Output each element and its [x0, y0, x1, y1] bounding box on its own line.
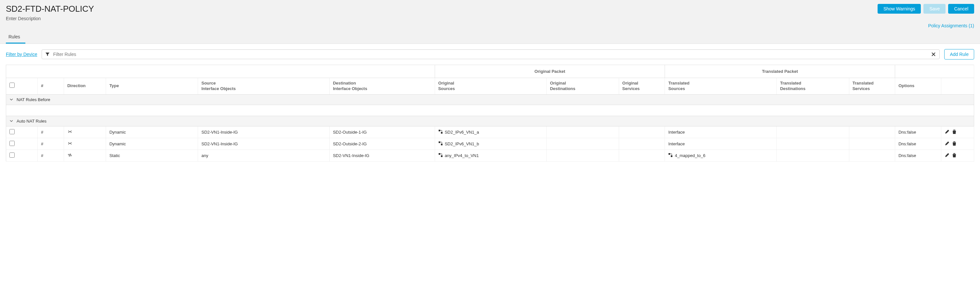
col-tr-src: Translated Sources	[665, 78, 777, 95]
chevron-down-icon	[10, 98, 13, 102]
nat-rules-table: Original Packet Translated Packet # Dire…	[6, 65, 974, 162]
svg-rect-1	[441, 132, 442, 133]
table-row[interactable]: #DynamicSD2-VN1-Inside-IGSD2-Outside-1-I…	[6, 126, 974, 138]
col-type: Type	[106, 78, 198, 95]
section-nat-before-label: NAT Rules Before	[17, 97, 50, 102]
delete-icon[interactable]	[952, 141, 957, 147]
svg-rect-0	[439, 130, 440, 131]
edit-icon[interactable]	[945, 141, 950, 147]
chevron-down-icon	[10, 119, 13, 123]
row-tr-svc	[849, 126, 895, 138]
network-object-icon	[438, 129, 443, 135]
row-tr-svc	[849, 149, 895, 161]
row-orig-svc	[619, 149, 665, 161]
row-orig-dst	[547, 149, 619, 161]
row-dst-if: SD2-Outside-2-IG	[329, 138, 435, 149]
col-dst-if: Destination Interface Objects	[329, 78, 435, 95]
empty-row	[6, 105, 974, 116]
row-tr-src: 4_mapped_to_6	[665, 149, 777, 161]
row-tr-dst	[777, 126, 849, 138]
network-object-icon	[438, 141, 443, 147]
row-tr-dst	[777, 138, 849, 149]
svg-rect-3	[441, 144, 442, 145]
col-tr-svc: Translated Services	[849, 78, 895, 95]
section-auto-nat-label: Auto NAT Rules	[17, 119, 46, 124]
section-nat-before[interactable]: NAT Rules Before	[6, 94, 974, 105]
delete-icon[interactable]	[952, 152, 957, 159]
save-button: Save	[923, 4, 945, 14]
row-orig-src: SD2_IPv6_VN1_b	[435, 138, 547, 149]
row-tr-src: Interface	[665, 126, 777, 138]
filter-input[interactable]	[53, 52, 928, 57]
col-orig-svc: Original Services	[619, 78, 665, 95]
col-orig-dst: Original Destinations	[547, 78, 619, 95]
row-options: Dns:false	[895, 126, 941, 138]
col-select-all[interactable]	[6, 78, 38, 95]
edit-icon[interactable]	[945, 152, 950, 159]
row-orig-svc	[619, 126, 665, 138]
row-dst-if: SD2-VN1-Inside-IG	[329, 149, 435, 161]
row-tr-dst	[777, 149, 849, 161]
col-tr-dst: Translated Destinations	[777, 78, 849, 95]
col-direction: Direction	[64, 78, 106, 95]
row-checkbox[interactable]	[10, 129, 14, 134]
delete-icon[interactable]	[952, 129, 957, 135]
row-orig-src: SD2_IPv6_VN1_a	[435, 126, 547, 138]
policy-description[interactable]: Enter Description	[6, 16, 94, 21]
row-checkbox[interactable]	[10, 152, 14, 158]
filter-icon	[45, 52, 50, 57]
row-checkbox[interactable]	[10, 141, 14, 146]
col-orig-src: Original Sources	[435, 78, 547, 95]
row-type: Static	[106, 149, 198, 161]
svg-rect-6	[668, 153, 670, 155]
row-orig-src: any_IPv4_to_VN1	[435, 149, 547, 161]
table-row[interactable]: #DynamicSD2-VN1-Inside-IGSD2-Outside-2-I…	[6, 138, 974, 149]
show-warnings-button[interactable]: Show Warnings	[878, 4, 921, 14]
col-src-if: Source Interface Objects	[198, 78, 329, 95]
row-index: #	[38, 126, 64, 138]
row-dst-if: SD2-Outside-1-IG	[329, 126, 435, 138]
row-src-if: any	[198, 149, 329, 161]
add-rule-button[interactable]: Add Rule	[944, 49, 974, 59]
network-object-icon	[438, 153, 443, 158]
row-direction-icon	[64, 149, 106, 161]
row-src-if: SD2-VN1-Inside-IG	[198, 126, 329, 138]
col-group-original: Original Packet	[435, 65, 665, 78]
row-type: Dynamic	[106, 126, 198, 138]
section-auto-nat[interactable]: Auto NAT Rules	[6, 116, 974, 126]
col-options: Options	[895, 78, 941, 95]
row-orig-dst	[547, 126, 619, 138]
tab-rules[interactable]: Rules	[6, 31, 25, 44]
edit-icon[interactable]	[945, 129, 950, 135]
row-orig-svc	[619, 138, 665, 149]
row-direction-icon	[64, 138, 106, 149]
row-src-if: SD2-VN1-Inside-IG	[198, 138, 329, 149]
network-object-icon	[668, 153, 673, 158]
row-options: Dns:false	[895, 138, 941, 149]
row-direction-icon	[64, 126, 106, 138]
filter-by-device-link[interactable]: Filter by Device	[6, 52, 37, 57]
row-orig-dst	[547, 138, 619, 149]
select-all-checkbox[interactable]	[10, 82, 14, 88]
policy-title: SD2-FTD-NAT-POLICY	[6, 4, 94, 14]
row-options: Dns:false	[895, 149, 941, 161]
svg-rect-7	[671, 155, 672, 157]
table-row[interactable]: #StaticanySD2-VN1-Inside-IGany_IPv4_to_V…	[6, 149, 974, 161]
col-group-translated: Translated Packet	[665, 65, 895, 78]
filter-box[interactable]	[41, 49, 940, 59]
svg-rect-5	[441, 155, 442, 157]
row-index: #	[38, 138, 64, 149]
cancel-button[interactable]: Cancel	[948, 4, 974, 14]
row-tr-src: Interface	[665, 138, 777, 149]
policy-assignments-link[interactable]: Policy Assignments (1)	[928, 23, 974, 28]
svg-rect-2	[439, 141, 440, 143]
svg-rect-4	[439, 153, 440, 155]
row-tr-svc	[849, 138, 895, 149]
row-type: Dynamic	[106, 138, 198, 149]
clear-filter-icon[interactable]	[931, 52, 936, 57]
row-index: #	[38, 149, 64, 161]
col-index: #	[38, 78, 64, 95]
